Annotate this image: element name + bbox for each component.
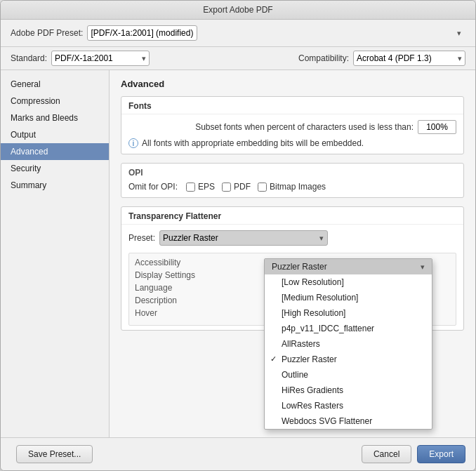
transparency-panel-title: Transparency Flattener bbox=[121, 207, 463, 225]
dropdown-item-0[interactable]: [Low Resolution] bbox=[265, 274, 432, 290]
save-preset-button[interactable]: Save Preset... bbox=[16, 445, 93, 463]
preset-row: Adobe PDF Preset: [PDF/X-1a:2001] (modif… bbox=[1, 20, 475, 47]
opi-bitmap-checkbox[interactable] bbox=[258, 183, 267, 192]
opi-pdf-label: PDF bbox=[234, 182, 251, 192]
standard-select[interactable]: PDF/X-1a:2001 bbox=[51, 51, 150, 66]
transparency-preset-select[interactable]: Puzzler Raster bbox=[159, 230, 328, 246]
dropdown-item-9[interactable]: Webdocs SVG Flattener bbox=[265, 413, 432, 429]
section-title: Advanced bbox=[121, 79, 464, 89]
dropdown-header[interactable]: Puzzler Raster bbox=[265, 259, 432, 274]
fonts-panel-title: Fonts bbox=[121, 97, 463, 114]
dropdown-item-3[interactable]: p4p_v11_IDCC_flattener bbox=[265, 321, 432, 336]
sidebar-item-general[interactable]: General bbox=[1, 76, 109, 93]
export-button[interactable]: Export bbox=[417, 445, 465, 463]
sidebar-item-security[interactable]: Security bbox=[1, 160, 109, 177]
dropdown-item-4[interactable]: AllRasters bbox=[265, 336, 432, 352]
opi-eps-label: EPS bbox=[198, 182, 215, 192]
preset-select-wrapper: [PDF/X-1a:2001] (modified) bbox=[87, 25, 465, 41]
dropdown-item-6[interactable]: Outline bbox=[265, 367, 432, 383]
sidebar-item-marks-bleeds[interactable]: Marks and Bleeds bbox=[1, 110, 109, 126]
sidebar: General Compression Marks and Bleeds Out… bbox=[1, 70, 110, 437]
content-area: Advanced Fonts Subset fonts when percent… bbox=[110, 70, 475, 437]
fonts-info-row: i All fonts with appropriate embedding b… bbox=[128, 138, 456, 148]
font-subset-input[interactable] bbox=[418, 120, 456, 134]
fonts-info-text: All fonts with appropriate embedding bit… bbox=[142, 138, 364, 148]
opi-omit-label: Omit for OPI: bbox=[128, 182, 178, 192]
opi-pdf-checkbox[interactable] bbox=[222, 183, 231, 192]
standard-select-wrapper: PDF/X-1a:2001 bbox=[51, 51, 150, 66]
fonts-panel-body: Subset fonts when percent of characters … bbox=[121, 114, 463, 154]
opi-eps-checkbox[interactable] bbox=[186, 183, 195, 192]
transparency-select-wrapper: Puzzler Raster bbox=[159, 230, 328, 246]
cancel-button[interactable]: Cancel bbox=[362, 445, 411, 463]
display-label: Display Settings bbox=[135, 270, 195, 280]
opi-panel: OPI Omit for OPI: EPS PDF Bitmap Images bbox=[121, 163, 464, 198]
footer-left: Save Preset... bbox=[11, 445, 356, 463]
standard-label: Standard: bbox=[11, 53, 47, 63]
opi-row: Omit for OPI: EPS PDF Bitmap Images bbox=[121, 179, 463, 197]
standard-row: Standard: PDF/X-1a:2001 Compatibility: A… bbox=[1, 47, 475, 70]
opi-bitmap-label: Bitmap Images bbox=[270, 182, 326, 192]
sidebar-item-advanced[interactable]: Advanced bbox=[1, 143, 109, 160]
dropdown-item-7[interactable]: HiRes Gradients bbox=[265, 383, 432, 398]
sidebar-item-summary[interactable]: Summary bbox=[1, 177, 109, 194]
dropdown-header-text: Puzzler Raster bbox=[272, 262, 327, 272]
sidebar-item-output[interactable]: Output bbox=[1, 126, 109, 143]
opi-eps-item: EPS bbox=[186, 182, 215, 192]
opi-panel-title: OPI bbox=[121, 164, 463, 179]
preset-label: Adobe PDF Preset: bbox=[11, 28, 83, 38]
opi-pdf-item: PDF bbox=[222, 182, 251, 192]
compatibility-label: Compatibility: bbox=[298, 53, 349, 63]
preset-select[interactable]: [PDF/X-1a:2001] (modified) bbox=[87, 25, 197, 41]
main-area: General Compression Marks and Bleeds Out… bbox=[1, 70, 475, 437]
dropdown-item-1[interactable]: [Medium Resolution] bbox=[265, 290, 432, 305]
access-label: Accessibility bbox=[135, 258, 180, 267]
sidebar-item-compression[interactable]: Compression bbox=[1, 93, 109, 110]
lang-label: Language bbox=[135, 283, 172, 293]
transparency-dropdown: Puzzler Raster [Low Resolution] [Medium … bbox=[264, 258, 432, 430]
title-bar: Export Adobe PDF bbox=[1, 1, 475, 20]
dropdown-item-8[interactable]: LowRes Rasters bbox=[265, 398, 432, 413]
dropdown-item-2[interactable]: [High Resolution] bbox=[265, 305, 432, 321]
export-pdf-dialog: Export Adobe PDF Adobe PDF Preset: [PDF/… bbox=[0, 0, 476, 471]
opi-bitmap-item: Bitmap Images bbox=[258, 182, 326, 192]
hover-label: Hover bbox=[135, 308, 157, 318]
transparency-preset-row: Preset: Puzzler Raster bbox=[121, 225, 463, 248]
compatibility-select-wrapper: Acrobat 4 (PDF 1.3) bbox=[353, 51, 465, 66]
desc-label: Description bbox=[135, 296, 177, 305]
font-subset-label: Subset fonts when percent of characters … bbox=[195, 122, 414, 132]
info-icon: i bbox=[128, 138, 138, 148]
dialog-title: Export Adobe PDF bbox=[203, 5, 272, 15]
dropdown-item-5[interactable]: Puzzler Raster bbox=[265, 352, 432, 367]
transparency-preset-label: Preset: bbox=[128, 233, 155, 243]
font-subset-row: Subset fonts when percent of characters … bbox=[128, 120, 456, 134]
footer: Save Preset... Cancel Export bbox=[1, 437, 475, 470]
fonts-panel: Fonts Subset fonts when percent of chara… bbox=[121, 96, 464, 154]
compatibility-select[interactable]: Acrobat 4 (PDF 1.3) bbox=[353, 51, 465, 66]
